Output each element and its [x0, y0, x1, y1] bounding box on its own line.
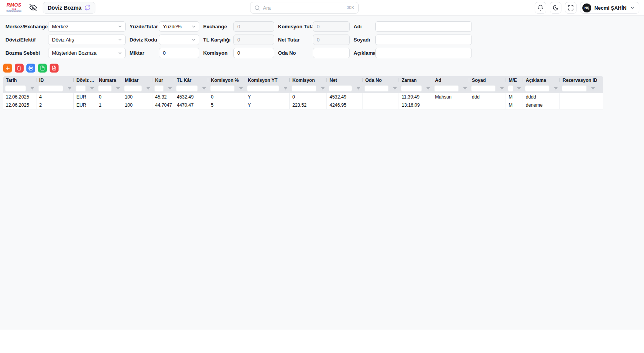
export-file-button[interactable]	[38, 64, 47, 73]
bozma-sebebi-select[interactable]: Müşteriden Bozmza	[48, 48, 126, 58]
column-header-komisyon[interactable]: Komisyon	[290, 76, 327, 84]
doviz-kodu-select[interactable]	[159, 35, 199, 45]
net-tutar-input[interactable]	[313, 35, 350, 45]
cell-me: M	[506, 101, 523, 109]
exchange-input[interactable]	[233, 21, 274, 32]
user-menu[interactable]: NŞ Necmi ŞAHİN	[580, 2, 639, 14]
filter-icon[interactable]	[554, 87, 558, 91]
column-header-komisyon-yt[interactable]: Komisyon YT	[245, 76, 290, 84]
cell-ad: Mahsun	[432, 93, 469, 101]
filter-input-rezervasyon-id[interactable]	[562, 85, 587, 92]
filter-input-tarih[interactable]	[5, 85, 26, 92]
print-button[interactable]	[26, 64, 35, 73]
filter-input-komisyon[interactable]	[292, 85, 316, 92]
filter-icon[interactable]	[168, 87, 172, 91]
filter-input-komisyon-yt[interactable]	[247, 85, 279, 92]
cell-soyad: ddd	[469, 93, 506, 101]
printer-icon	[28, 66, 33, 71]
add-button[interactable]	[3, 64, 12, 73]
merkez-exchange-select[interactable]: Merkez	[48, 21, 126, 32]
cell-oda-no	[363, 101, 399, 109]
table-header-row: TarihIDDöviz ...NumaraMiktarKurTL KârKom…	[3, 76, 603, 84]
miktar-input[interactable]	[159, 48, 199, 58]
yuzde-tutar-select[interactable]: Yüzde%	[159, 21, 199, 32]
doviz-efektif-select[interactable]: Döviz Alış	[48, 35, 126, 45]
column-header-net[interactable]: Net	[327, 76, 363, 84]
filter-input-soyad[interactable]	[471, 85, 496, 92]
aciklama-input[interactable]	[375, 48, 472, 58]
filter-icon[interactable]	[146, 87, 150, 91]
filter-input-ad[interactable]	[434, 85, 459, 92]
column-header-rezervasyon-id[interactable]: Rezervasyon ID	[560, 76, 597, 84]
chevron-down-icon	[117, 37, 123, 42]
search-input[interactable]	[263, 5, 344, 11]
filter-input-aciklama[interactable]	[525, 85, 549, 92]
filter-icon[interactable]	[463, 87, 467, 91]
merkez-exchange-value: Merkez	[52, 24, 69, 29]
column-header-tarih[interactable]: Tarih	[3, 76, 36, 84]
swap-arrows-icon	[85, 5, 90, 10]
filter-icon[interactable]	[591, 87, 595, 91]
oda-no-input[interactable]	[313, 48, 350, 58]
komisyon-input[interactable]	[233, 48, 274, 58]
filter-icon[interactable]	[321, 87, 325, 91]
table-row-2[interactable]: 12.06.20252EUR110044.70474470.475Y223.52…	[3, 101, 603, 109]
column-header-ad[interactable]: Ad	[432, 76, 469, 84]
column-header-komisyon-pct[interactable]: Komisyon %	[208, 76, 245, 84]
delete-button[interactable]	[15, 64, 24, 73]
filter-input-komisyon-pct[interactable]	[210, 85, 235, 92]
cell-id: 2	[36, 101, 74, 109]
column-header-zaman[interactable]: Zaman	[399, 76, 432, 84]
filter-input-net[interactable]	[329, 85, 352, 92]
search-shortcut: ⌘K	[347, 5, 354, 10]
user-name: Necmi ŞAHİN	[594, 5, 627, 11]
column-header-miktar[interactable]: Miktar	[122, 76, 152, 84]
filter-icon[interactable]	[356, 87, 361, 91]
column-header-doviz[interactable]: Döviz ...	[74, 76, 96, 84]
filter-icon[interactable]	[517, 87, 521, 91]
export-pdf-button[interactable]	[50, 64, 59, 73]
column-header-kur[interactable]: Kur	[152, 76, 174, 84]
chevron-down-icon	[191, 24, 196, 29]
filter-icon[interactable]	[426, 87, 430, 91]
column-header-id[interactable]: ID	[36, 76, 74, 84]
fullscreen-button[interactable]	[565, 2, 577, 14]
column-header-me[interactable]: M/E	[506, 76, 523, 84]
notifications-button[interactable]	[535, 2, 546, 14]
filter-icon[interactable]	[283, 87, 288, 91]
filter-icon[interactable]	[90, 87, 94, 91]
filter-input-kur[interactable]	[154, 85, 164, 92]
filter-icon[interactable]	[116, 87, 120, 91]
table-row-1[interactable]: 12.06.20254EUR010045.324532.490Y04532.49…	[3, 93, 603, 101]
rmos-logo[interactable]: RMOS web Otel Otomasyonları	[6, 3, 22, 12]
filter-input-oda-no[interactable]	[364, 85, 388, 92]
filter-icon[interactable]	[30, 87, 35, 91]
column-header-tl-kar[interactable]: TL Kâr	[174, 76, 208, 84]
filter-icon[interactable]	[202, 87, 206, 91]
filter-input-doviz[interactable]	[76, 85, 86, 92]
komisyon-tutari-input[interactable]	[313, 21, 350, 32]
adi-input[interactable]	[375, 21, 472, 32]
column-header-numara[interactable]: Numara	[96, 76, 122, 84]
soyadi-input[interactable]	[375, 35, 472, 45]
filter-icon[interactable]	[67, 87, 72, 91]
filter-icon[interactable]	[500, 87, 504, 91]
tl-karsiligi-input[interactable]	[233, 35, 274, 45]
filter-input-numara[interactable]	[98, 85, 112, 92]
search-icon	[254, 5, 260, 11]
filter-icon[interactable]	[393, 87, 397, 91]
column-header-aciklama[interactable]: Açıklama	[523, 76, 560, 84]
cell-aciklama: dddd	[523, 93, 560, 101]
page-tab-doviz-bozma[interactable]: Döviz Bozma	[43, 2, 95, 14]
eye-off-icon[interactable]	[29, 3, 37, 12]
column-header-soyad[interactable]: Soyad	[469, 76, 506, 84]
filter-input-zaman[interactable]	[401, 85, 422, 92]
filter-icon[interactable]	[239, 87, 243, 91]
filter-input-id[interactable]	[38, 85, 63, 92]
filter-input-me[interactable]	[508, 85, 513, 92]
filter-input-miktar[interactable]	[124, 85, 142, 92]
filter-input-tl-kar[interactable]	[176, 85, 198, 92]
bozma-sebebi-value: Müşteriden Bozmza	[52, 50, 97, 56]
column-header-oda-no[interactable]: Oda No	[363, 76, 399, 84]
dark-mode-button[interactable]	[550, 2, 561, 14]
